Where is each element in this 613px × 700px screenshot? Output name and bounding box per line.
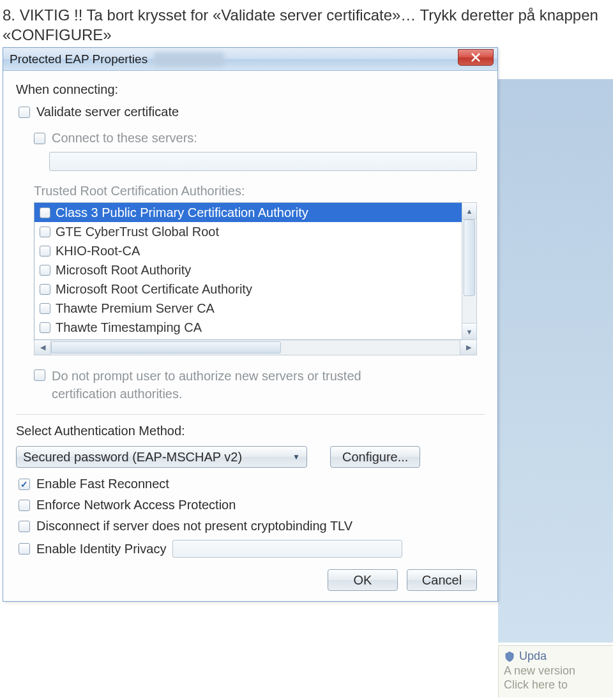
close-button[interactable] — [458, 49, 494, 66]
authority-label: Microsoft Root Authority — [56, 263, 191, 278]
scroll-left-button[interactable]: ◀ — [34, 340, 51, 355]
authority-item[interactable]: Class 3 Public Primary Certification Aut… — [34, 203, 462, 222]
cryptobinding-row[interactable]: Disconnect if server does not present cr… — [19, 519, 485, 533]
behind-title: Upda — [519, 650, 547, 663]
fast-reconnect-checkbox[interactable] — [19, 479, 30, 490]
fast-reconnect-row[interactable]: Enable Fast Reconnect — [19, 477, 485, 491]
authority-item[interactable]: KHIO-Root-CA — [34, 241, 462, 260]
authority-item[interactable]: Microsoft Root Certificate Authority — [34, 279, 462, 299]
validate-server-row[interactable]: Validate server certificate — [19, 105, 485, 119]
page-instruction-text: 8. VIKTIG !! Ta bort krysset for «Valida… — [0, 0, 613, 45]
close-icon — [471, 52, 481, 63]
cryptobinding-label: Disconnect if server does not present cr… — [36, 519, 352, 533]
validate-server-checkbox[interactable] — [19, 107, 30, 118]
cancel-button[interactable]: Cancel — [407, 569, 477, 591]
authorities-listbox[interactable]: Class 3 Public Primary Certification Aut… — [34, 202, 462, 340]
auth-method-label: Select Authentication Method: — [16, 424, 485, 438]
auth-method-value: Secured password (EAP-MSCHAP v2) — [23, 450, 242, 465]
titlebar-blurred-region — [154, 52, 224, 66]
scroll-track[interactable] — [462, 220, 476, 323]
authority-label: KHIO-Root-CA — [56, 244, 140, 258]
hscroll-thumb[interactable] — [51, 341, 281, 354]
section-divider — [16, 414, 485, 415]
validate-server-label: Validate server certificate — [36, 105, 179, 119]
authorities-hscrollbar[interactable]: ◀ ▶ — [34, 340, 477, 355]
ok-button[interactable]: OK — [328, 569, 398, 591]
desktop-background-strip — [498, 79, 613, 643]
connect-servers-checkbox[interactable] — [34, 133, 45, 144]
auth-method-row: Secured password (EAP-MSCHAP v2) ▼ Confi… — [16, 446, 485, 468]
trusted-authorities-label: Trusted Root Certification Authorities: — [34, 184, 485, 198]
authority-checkbox[interactable] — [40, 265, 50, 276]
authorities-vscrollbar[interactable]: ▲ ▼ — [462, 202, 477, 340]
authority-checkbox[interactable] — [40, 322, 50, 333]
authority-checkbox[interactable] — [40, 207, 50, 218]
connect-servers-row[interactable]: Connect to these servers: — [34, 131, 485, 145]
no-prompt-label: Do not prompt user to authorize new serv… — [52, 367, 422, 403]
authority-label: Thawte Timestamping CA — [56, 320, 202, 335]
dialog-footer: OK Cancel — [16, 560, 485, 592]
dialog-title: Protected EAP Properties — [10, 52, 148, 66]
authority-checkbox[interactable] — [40, 303, 50, 314]
scroll-right-button[interactable]: ▶ — [460, 340, 476, 355]
configure-button[interactable]: Configure... — [330, 446, 420, 468]
identity-privacy-input[interactable] — [172, 540, 402, 558]
authority-checkbox[interactable] — [40, 246, 50, 257]
background-update-popup: Upda A new version Click here to — [498, 645, 613, 697]
authority-label: GTE CyberTrust Global Root — [56, 225, 219, 239]
no-prompt-checkbox[interactable] — [34, 369, 45, 381]
no-prompt-row[interactable]: Do not prompt user to authorize new serv… — [34, 367, 485, 403]
authorities-listbox-wrap: Class 3 Public Primary Certification Aut… — [34, 202, 477, 340]
connect-servers-input[interactable] — [49, 152, 477, 171]
behind-line1: A new version — [504, 664, 608, 678]
authority-item[interactable]: Microsoft Root Authority — [34, 260, 462, 279]
when-connecting-label: When connecting: — [16, 82, 485, 97]
shield-icon — [504, 651, 515, 662]
identity-privacy-row[interactable]: Enable Identity Privacy — [19, 540, 485, 558]
connect-servers-label: Connect to these servers: — [52, 131, 197, 145]
authority-label: Thawte Premium Server CA — [56, 301, 215, 316]
authority-label: Microsoft Root Certificate Authority — [56, 282, 252, 297]
scroll-up-button[interactable]: ▲ — [462, 203, 476, 220]
nap-label: Enforce Network Access Protection — [36, 498, 236, 512]
chevron-down-icon: ▼ — [292, 452, 300, 461]
authority-label: Class 3 Public Primary Certification Aut… — [56, 205, 308, 220]
auth-method-dropdown[interactable]: Secured password (EAP-MSCHAP v2) ▼ — [16, 446, 307, 468]
authority-item[interactable]: Thawte Timestamping CA — [34, 318, 462, 337]
behind-line2: Click here to — [504, 678, 608, 692]
cryptobinding-checkbox[interactable] — [19, 521, 30, 532]
nap-checkbox[interactable] — [19, 500, 30, 511]
fast-reconnect-label: Enable Fast Reconnect — [36, 477, 169, 491]
scroll-thumb[interactable] — [464, 220, 475, 296]
authority-checkbox[interactable] — [40, 284, 50, 295]
authority-item[interactable]: GTE CyberTrust Global Root — [34, 222, 462, 241]
hscroll-track[interactable] — [51, 340, 460, 355]
scroll-down-button[interactable]: ▼ — [462, 323, 476, 339]
identity-privacy-label: Enable Identity Privacy — [36, 542, 166, 556]
authority-checkbox[interactable] — [40, 227, 50, 237]
dialog-body: When connecting: Validate server certifi… — [3, 71, 497, 601]
eap-properties-dialog: Protected EAP Properties When connecting… — [3, 47, 498, 602]
authority-item[interactable]: Thawte Premium Server CA — [34, 299, 462, 318]
identity-privacy-checkbox[interactable] — [19, 543, 30, 555]
nap-row[interactable]: Enforce Network Access Protection — [19, 498, 485, 512]
dialog-titlebar: Protected EAP Properties — [3, 48, 497, 71]
